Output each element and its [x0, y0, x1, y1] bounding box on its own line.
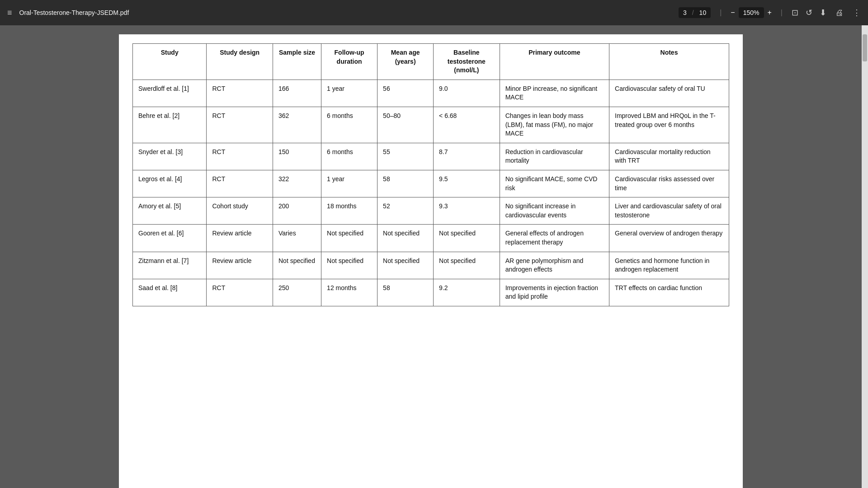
- scrollbar-track[interactable]: [862, 25, 868, 488]
- cell-mean_age-6: Not specified: [377, 252, 434, 279]
- cell-study-6: Zitzmann et al. [7]: [133, 252, 207, 279]
- table-row: Amory et al. [5]Cohort study20018 months…: [133, 197, 729, 225]
- cell-mean_age-2: 55: [377, 143, 434, 170]
- cell-notes-7: TRT effects on cardiac function: [609, 279, 729, 306]
- cell-outcome-3: No significant MACE, some CVD risk: [500, 170, 609, 197]
- cell-sample-6: Not specified: [273, 252, 321, 279]
- cell-baseline-1: < 6.68: [434, 107, 500, 143]
- cell-notes-2: Cardiovascular mortality reduction with …: [609, 143, 729, 170]
- cell-sample-3: 322: [273, 170, 321, 197]
- scrollbar-thumb[interactable]: [863, 34, 867, 61]
- table-row: Swerdloff et al. [1]RCT1661 year569.0Min…: [133, 80, 729, 107]
- cell-followup-5: Not specified: [321, 225, 377, 252]
- cell-sample-0: 166: [273, 80, 321, 107]
- cell-study-7: Saad et al. [8]: [133, 279, 207, 306]
- toolbar: ≡ Oral-Testosterone-Therapy-JSEDM.pdf 3 …: [0, 0, 868, 25]
- cell-sample-7: 250: [273, 279, 321, 306]
- cell-design-6: Review article: [207, 252, 273, 279]
- total-pages: 10: [699, 9, 707, 16]
- cell-followup-6: Not specified: [321, 252, 377, 279]
- research-table: Study Study design Sample size Follow-up…: [132, 43, 729, 306]
- page-navigation: 3 / 10: [679, 7, 711, 18]
- cell-mean_age-0: 56: [377, 80, 434, 107]
- cell-baseline-2: 8.7: [434, 143, 500, 170]
- zoom-in-button[interactable]: +: [768, 9, 772, 17]
- cell-design-4: Cohort study: [207, 197, 273, 225]
- cell-mean_age-1: 50–80: [377, 107, 434, 143]
- cell-followup-0: 1 year: [321, 80, 377, 107]
- header-sample: Sample size: [273, 44, 321, 80]
- cell-followup-3: 1 year: [321, 170, 377, 197]
- cell-followup-1: 6 months: [321, 107, 377, 143]
- table-row: Zitzmann et al. [7]Review articleNot spe…: [133, 252, 729, 279]
- cell-baseline-4: 9.3: [434, 197, 500, 225]
- header-study: Study: [133, 44, 207, 80]
- cell-baseline-0: 9.0: [434, 80, 500, 107]
- cell-mean_age-7: 58: [377, 279, 434, 306]
- cell-outcome-4: No significant increase in cardiovascula…: [500, 197, 609, 225]
- table-row: Legros et al. [4]RCT3221 year589.5No sig…: [133, 170, 729, 197]
- fit-page-button[interactable]: ⊡: [792, 8, 798, 18]
- header-baseline: Baseline testosterone (nmol/L): [434, 44, 500, 80]
- header-notes: Notes: [609, 44, 729, 80]
- cell-design-2: RCT: [207, 143, 273, 170]
- more-options-button[interactable]: ⋮: [853, 8, 861, 18]
- cell-sample-2: 150: [273, 143, 321, 170]
- divider-2: |: [781, 9, 783, 17]
- cell-design-3: RCT: [207, 170, 273, 197]
- cell-followup-7: 12 months: [321, 279, 377, 306]
- table-container: Study Study design Sample size Follow-up…: [119, 34, 743, 488]
- print-button[interactable]: 🖨: [835, 8, 844, 18]
- download-button[interactable]: ⬇: [820, 8, 826, 18]
- cell-study-2: Snyder et al. [3]: [133, 143, 207, 170]
- cell-baseline-6: Not specified: [434, 252, 500, 279]
- cell-outcome-5: General effects of androgen replacement …: [500, 225, 609, 252]
- table-row: Gooren et al. [6]Review articleVariesNot…: [133, 225, 729, 252]
- page-separator: /: [692, 9, 694, 16]
- cell-notes-1: Improved LBM and HRQoL in the T-treated …: [609, 107, 729, 143]
- cell-design-1: RCT: [207, 107, 273, 143]
- divider-1: |: [720, 9, 722, 17]
- pdf-viewer[interactable]: Study Study design Sample size Follow-up…: [0, 25, 862, 488]
- table-header-row: Study Study design Sample size Follow-up…: [133, 44, 729, 80]
- rotate-button[interactable]: ↺: [806, 8, 812, 18]
- cell-design-7: RCT: [207, 279, 273, 306]
- cell-study-0: Swerdloff et al. [1]: [133, 80, 207, 107]
- cell-followup-4: 18 months: [321, 197, 377, 225]
- cell-study-3: Legros et al. [4]: [133, 170, 207, 197]
- cell-outcome-0: Minor BP increase, no significant MACE: [500, 80, 609, 107]
- cell-study-1: Behre et al. [2]: [133, 107, 207, 143]
- cell-study-4: Amory et al. [5]: [133, 197, 207, 225]
- cell-sample-1: 362: [273, 107, 321, 143]
- cell-baseline-3: 9.5: [434, 170, 500, 197]
- header-outcome: Primary outcome: [500, 44, 609, 80]
- cell-design-0: RCT: [207, 80, 273, 107]
- current-page[interactable]: 3: [683, 9, 687, 16]
- table-row: Behre et al. [2]RCT3626 months50–80< 6.6…: [133, 107, 729, 143]
- cell-notes-5: General overview of androgen therapy: [609, 225, 729, 252]
- cell-mean_age-5: Not specified: [377, 225, 434, 252]
- cell-baseline-5: Not specified: [434, 225, 500, 252]
- menu-icon[interactable]: ≡: [7, 8, 12, 18]
- header-design: Study design: [207, 44, 273, 80]
- cell-outcome-1: Changes in lean body mass (LBM), fat mas…: [500, 107, 609, 143]
- header-mean-age: Mean age (years): [377, 44, 434, 80]
- cell-followup-2: 6 months: [321, 143, 377, 170]
- cell-sample-5: Varies: [273, 225, 321, 252]
- table-row: Snyder et al. [3]RCT1506 months558.7Redu…: [133, 143, 729, 170]
- cell-baseline-7: 9.2: [434, 279, 500, 306]
- zoom-level[interactable]: 150%: [739, 7, 764, 18]
- cell-study-5: Gooren et al. [6]: [133, 225, 207, 252]
- cell-notes-0: Cardiovascular safety of oral TU: [609, 80, 729, 107]
- cell-mean_age-3: 58: [377, 170, 434, 197]
- cell-mean_age-4: 52: [377, 197, 434, 225]
- cell-sample-4: 200: [273, 197, 321, 225]
- cell-notes-3: Cardiovascular risks assessed over time: [609, 170, 729, 197]
- cell-outcome-2: Reduction in cardiovascular mortality: [500, 143, 609, 170]
- table-row: Saad et al. [8]RCT25012 months589.2Impro…: [133, 279, 729, 306]
- zoom-out-button[interactable]: −: [731, 9, 735, 17]
- toolbar-right-actions: ⬇ 🖨 ⋮: [820, 8, 861, 18]
- cell-notes-4: Liver and cardiovascular safety of oral …: [609, 197, 729, 225]
- cell-outcome-7: Improvements in ejection fraction and li…: [500, 279, 609, 306]
- filename-label: Oral-Testosterone-Therapy-JSEDM.pdf: [19, 9, 671, 16]
